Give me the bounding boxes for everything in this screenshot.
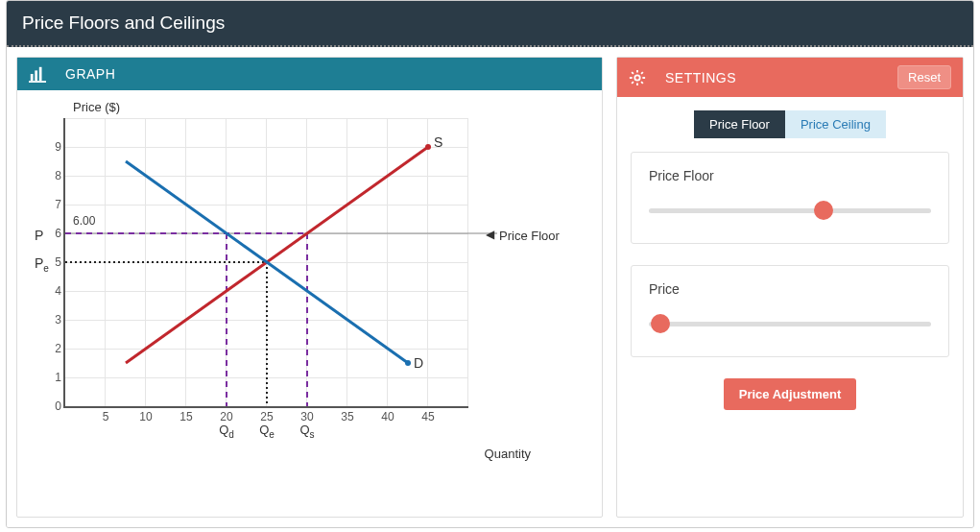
- y-axis-title: Price ($): [73, 100, 588, 114]
- supply-marker-label: S: [434, 134, 442, 150]
- tab-price-floor[interactable]: Price Floor: [694, 110, 785, 138]
- slider-group-price: Price: [631, 265, 949, 357]
- svg-point-14: [634, 75, 639, 80]
- y-tick: 7: [44, 198, 61, 211]
- y-tick: 2: [44, 342, 61, 355]
- y-tick: 8: [44, 169, 61, 182]
- slider-title: Price Floor: [649, 168, 931, 183]
- bar-chart-icon: [29, 65, 56, 83]
- price-slider[interactable]: [649, 314, 931, 333]
- tab-price-ceiling[interactable]: Price Ceiling: [785, 110, 886, 138]
- svg-point-13: [405, 360, 411, 366]
- price-floor-slider[interactable]: [649, 201, 931, 220]
- y-tick: 1: [44, 371, 61, 384]
- y-tick: 9: [44, 140, 61, 154]
- slider-track: [649, 322, 931, 326]
- label-P: P: [35, 228, 43, 243]
- slider-thumb[interactable]: [651, 314, 670, 333]
- svg-rect-3: [29, 81, 46, 83]
- page-title: Price Floors and Ceilings: [7, 1, 973, 47]
- label-Qd: Qd: [219, 423, 234, 440]
- svg-point-12: [425, 144, 431, 150]
- y-tick: 6: [44, 227, 61, 240]
- x-tick: 10: [139, 410, 152, 423]
- x-tick: 45: [421, 410, 434, 423]
- graph-panel-label: GRAPH: [65, 66, 115, 82]
- graph-panel: GRAPH Price ($) P Pe 0 1 2 3: [16, 57, 603, 518]
- slider-thumb[interactable]: [814, 201, 833, 220]
- svg-line-22: [641, 72, 643, 74]
- plot-area: 0 1 2 3 4 5 6 7 8 9 5 10: [63, 118, 468, 408]
- slider-track: [649, 208, 931, 213]
- y-tick: 0: [44, 399, 61, 413]
- svg-rect-2: [39, 67, 42, 81]
- x-tick: 5: [103, 410, 109, 423]
- slider-title: Price: [649, 281, 931, 297]
- y-tick: 3: [44, 313, 61, 326]
- y-tick: 5: [44, 255, 61, 269]
- svg-rect-0: [31, 74, 34, 81]
- settings-panel: SETTINGS Reset Price Floor Price Ceiling…: [616, 57, 964, 518]
- x-tick: 35: [341, 410, 353, 423]
- y-tick: 4: [44, 284, 61, 298]
- label-Qe: Qe: [259, 423, 275, 440]
- svg-line-10: [126, 147, 428, 363]
- caret-left-icon: ◀: [486, 228, 494, 241]
- x-tick: 15: [179, 410, 192, 423]
- x-axis-title: Quantity: [31, 447, 531, 461]
- demand-marker-label: D: [414, 355, 423, 371]
- mode-tabs: Price Floor Price Ceiling: [631, 110, 949, 138]
- reset-button[interactable]: Reset: [897, 65, 951, 89]
- x-tick: 40: [381, 410, 394, 423]
- svg-rect-1: [35, 71, 37, 82]
- price-floor-annotation: Price Floor: [499, 229, 560, 243]
- slider-group-price-floor: Price Floor: [631, 152, 949, 244]
- svg-line-21: [632, 82, 633, 84]
- settings-panel-label: SETTINGS: [665, 70, 736, 85]
- gear-icon: [629, 68, 656, 85]
- price-adjustment-button[interactable]: Price Adjustment: [724, 378, 856, 410]
- svg-line-20: [641, 82, 643, 84]
- svg-line-19: [632, 72, 633, 74]
- label-Qs: Qs: [299, 423, 314, 440]
